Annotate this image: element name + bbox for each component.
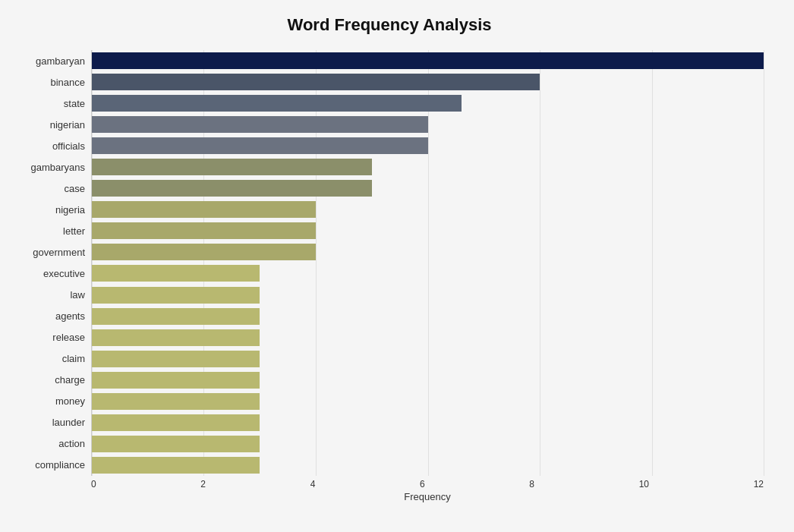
bar-row xyxy=(92,136,764,156)
bar-row xyxy=(92,392,764,411)
y-label: compliance xyxy=(35,460,85,470)
bar xyxy=(92,351,260,367)
y-label: gambaryans xyxy=(30,162,85,172)
bar xyxy=(92,372,260,389)
bar-row xyxy=(92,242,764,262)
y-label: law xyxy=(70,290,85,300)
y-label: claim xyxy=(62,354,85,364)
bar-row xyxy=(92,93,764,113)
chart-title: Word Frequency Analysis xyxy=(15,15,764,35)
x-tick: 2 xyxy=(200,479,206,490)
bar-row xyxy=(92,434,764,454)
y-label: nigeria xyxy=(55,205,85,215)
y-axis: gambaryanbinancestatenigerianofficialsga… xyxy=(15,50,91,476)
bar-row xyxy=(92,72,764,92)
bar-row xyxy=(92,285,764,305)
bar xyxy=(92,74,540,90)
bar xyxy=(92,329,260,346)
bar-row xyxy=(92,200,764,219)
y-label: launder xyxy=(52,417,85,427)
y-label: state xyxy=(64,99,85,109)
y-label: money xyxy=(55,396,85,406)
bar-row xyxy=(92,221,764,241)
bar-row xyxy=(92,51,764,71)
y-label: government xyxy=(33,247,85,257)
y-label: case xyxy=(65,184,85,194)
bar xyxy=(92,436,260,452)
bar-row xyxy=(92,115,764,134)
grid-line xyxy=(764,50,764,476)
bar-row xyxy=(92,455,764,475)
bar xyxy=(92,222,316,239)
y-label: binance xyxy=(50,77,85,87)
x-tick: 8 xyxy=(529,479,534,490)
bar xyxy=(92,287,260,304)
bar-row xyxy=(92,370,764,390)
x-tick: 0 xyxy=(91,479,96,490)
bar xyxy=(92,116,428,133)
x-axis: 024681012 Frequency xyxy=(91,479,764,502)
y-label: officials xyxy=(52,141,85,151)
bar-row xyxy=(92,413,764,433)
y-label: gambaryan xyxy=(36,56,85,66)
y-label: nigerian xyxy=(50,120,85,130)
y-label: executive xyxy=(43,269,85,279)
bar xyxy=(92,159,372,175)
bar xyxy=(92,95,462,112)
bar xyxy=(92,393,260,410)
bar-row xyxy=(92,178,764,198)
x-axis-container: 024681012 Frequency xyxy=(15,479,764,502)
y-label: agents xyxy=(55,311,85,321)
y-label: charge xyxy=(55,375,85,385)
chart-container: Word Frequency Analysis gambaryanbinance… xyxy=(0,0,794,532)
bar-row xyxy=(92,328,764,348)
bar xyxy=(92,244,316,260)
bar xyxy=(92,457,260,474)
bar xyxy=(92,52,764,69)
x-tick: 12 xyxy=(754,479,764,490)
bar xyxy=(92,265,260,282)
x-axis-title: Frequency xyxy=(91,491,764,502)
x-tick: 4 xyxy=(310,479,316,490)
x-tick-row: 024681012 xyxy=(91,479,764,490)
bar-row xyxy=(92,307,764,326)
y-label: release xyxy=(52,332,85,342)
bar xyxy=(92,180,372,197)
chart-area: gambaryanbinancestatenigerianofficialsga… xyxy=(15,50,764,476)
bar xyxy=(92,308,260,325)
y-label: action xyxy=(58,439,85,449)
bar xyxy=(92,137,428,154)
x-tick: 6 xyxy=(420,479,425,490)
y-label: letter xyxy=(63,226,85,236)
bar xyxy=(92,201,316,218)
bar xyxy=(92,414,260,431)
x-tick: 10 xyxy=(639,479,649,490)
bar-row xyxy=(92,263,764,283)
bar-row xyxy=(92,157,764,177)
bar-row xyxy=(92,349,764,369)
plot-area xyxy=(91,50,764,476)
